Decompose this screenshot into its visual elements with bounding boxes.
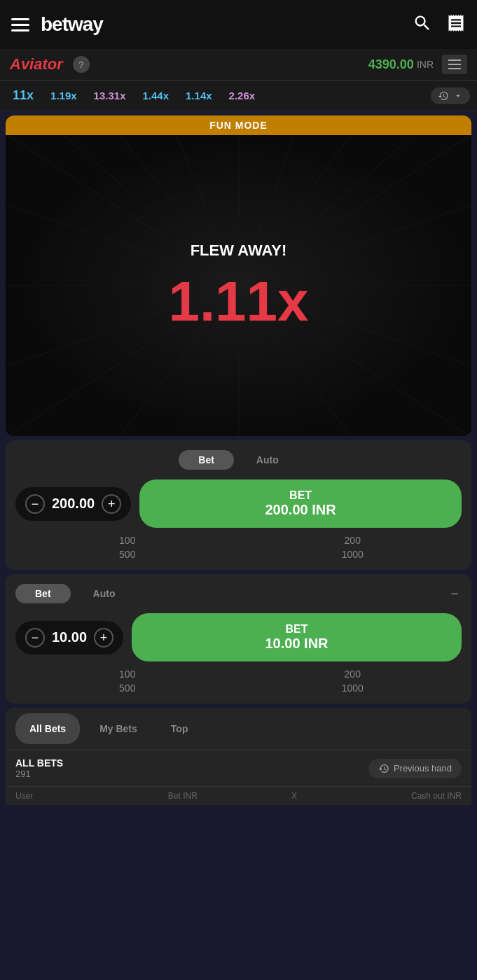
bet-tab-bet-2[interactable]: Bet: [15, 584, 71, 603]
col-user: User: [15, 791, 127, 801]
previous-hand-label: Previous hand: [394, 763, 452, 774]
bet-tab-auto-1[interactable]: Auto: [237, 450, 298, 470]
table-header: User Bet INR X Cash out INR: [6, 786, 471, 805]
game-header: Aviator ? 4390.00 INR: [0, 49, 477, 80]
bet-button-amount-1: 200.00 INR: [149, 502, 452, 518]
game-header-left: Aviator ?: [10, 55, 90, 74]
multiplier-row: 11x 1.19x 13.31x 1.44x 1.14x 2.26x: [0, 80, 477, 111]
svg-line-3: [175, 135, 239, 286]
bet-button-2[interactable]: BET 10.00 INR: [132, 613, 462, 662]
increase-amount-2[interactable]: +: [94, 628, 113, 648]
bet-button-label-2: BET: [141, 623, 452, 636]
quick-amount-100-2[interactable]: 100: [18, 668, 237, 680]
all-bets-title: ALL BETS: [15, 757, 63, 769]
game-canvas: FLEW AWAY! 1.11x: [6, 135, 471, 436]
header-right: [413, 13, 466, 36]
bet-tab-bet-1[interactable]: Bet: [179, 450, 234, 470]
quick-amounts-2: 100 200 500 1000: [15, 668, 462, 694]
history-button[interactable]: [431, 88, 470, 104]
aviator-logo: Aviator: [10, 55, 63, 74]
quick-amount-1000-2[interactable]: 1000: [244, 682, 462, 694]
bets-tabs: All Bets My Bets Top: [6, 708, 471, 750]
multiplier-item-3[interactable]: 1.44x: [137, 88, 174, 104]
multiplier-item-0[interactable]: 11x: [7, 86, 39, 105]
svg-line-8: [239, 135, 472, 286]
decrease-amount-2[interactable]: −: [25, 628, 45, 648]
quick-amount-200-2[interactable]: 200: [244, 668, 462, 680]
col-x: X: [239, 791, 350, 801]
bet-tabs-2: Bet Auto −: [15, 584, 462, 603]
multiplier-item-4[interactable]: 1.14x: [180, 88, 218, 104]
increase-amount-1[interactable]: +: [102, 494, 121, 514]
balance-value: 4390.00: [368, 57, 414, 72]
multiplier-item-2[interactable]: 13.31x: [88, 88, 132, 104]
fun-mode-banner: FUN MODE: [6, 115, 471, 135]
brand-logo: betway: [41, 13, 103, 36]
balance-currency: INR: [417, 59, 434, 70]
svg-line-7: [239, 135, 415, 286]
multiplier-item-5[interactable]: 2.26x: [223, 88, 261, 104]
game-area: FUN MODE: [6, 115, 471, 436]
game-menu-button[interactable]: [442, 55, 467, 74]
tab-my-bets[interactable]: My Bets: [85, 713, 151, 744]
bet-button-amount-2: 10.00 INR: [141, 636, 452, 652]
app-header: betway: [0, 0, 477, 49]
multiplier-item-1[interactable]: 1.19x: [45, 88, 83, 104]
svg-line-2: [118, 135, 238, 286]
bets-section: All Bets My Bets Top ALL BETS 291 Previo…: [6, 708, 471, 805]
bet-input-row-1: − 200.00 + BET 200.00 INR: [15, 479, 462, 528]
quick-amounts-1: 100 200 500 1000: [15, 535, 462, 560]
bet-panel-2: Bet Auto − − 10.00 + BET 10.00 INR 100 2…: [6, 574, 471, 704]
bet-tab-auto-2[interactable]: Auto: [74, 584, 135, 603]
col-cash-out: Cash out INR: [350, 791, 462, 801]
tab-all-bets[interactable]: All Bets: [15, 713, 80, 744]
svg-line-0: [6, 135, 239, 286]
header-left: betway: [11, 13, 103, 36]
decrease-amount-1[interactable]: −: [25, 494, 45, 514]
quick-amount-1000-1[interactable]: 1000: [244, 549, 462, 560]
game-multiplier-display: 1.11x: [168, 274, 308, 330]
quick-amount-200-1[interactable]: 200: [244, 535, 462, 546]
search-icon[interactable]: [413, 13, 432, 36]
game-header-right: 4390.00 INR: [368, 55, 467, 74]
help-button[interactable]: ?: [73, 56, 90, 73]
svg-line-6: [239, 135, 352, 286]
quick-amount-500-2[interactable]: 500: [18, 682, 237, 694]
receipt-icon[interactable]: [446, 13, 466, 36]
quick-amount-100-1[interactable]: 100: [18, 535, 237, 546]
bet-button-label-1: BET: [149, 489, 452, 502]
bet-button-1[interactable]: BET 200.00 INR: [139, 479, 462, 528]
quick-amount-500-1[interactable]: 500: [18, 549, 237, 560]
remove-panel-button[interactable]: −: [448, 586, 462, 602]
hamburger-menu[interactable]: [11, 18, 29, 31]
svg-line-5: [239, 135, 296, 286]
previous-hand-button[interactable]: Previous hand: [368, 759, 462, 778]
tab-top[interactable]: Top: [157, 713, 202, 744]
all-bets-count: 291: [15, 769, 63, 779]
amount-value-2: 10.00: [52, 629, 87, 645]
svg-line-1: [62, 135, 239, 286]
all-bets-info: ALL BETS 291: [15, 757, 63, 779]
flew-away-text: FLEW AWAY!: [191, 241, 287, 260]
bet-tabs-1: Bet Auto: [15, 450, 462, 470]
all-bets-header: ALL BETS 291 Previous hand: [6, 750, 471, 786]
bet-input-row-2: − 10.00 + BET 10.00 INR: [15, 613, 462, 662]
bet-panel-1: Bet Auto − 200.00 + BET 200.00 INR 100 2…: [6, 440, 471, 570]
amount-value-1: 200.00: [52, 496, 95, 512]
amount-control-2: − 10.00 +: [15, 621, 123, 654]
col-bet-inr: Bet INR: [127, 791, 238, 801]
amount-control-1: − 200.00 +: [15, 487, 131, 521]
